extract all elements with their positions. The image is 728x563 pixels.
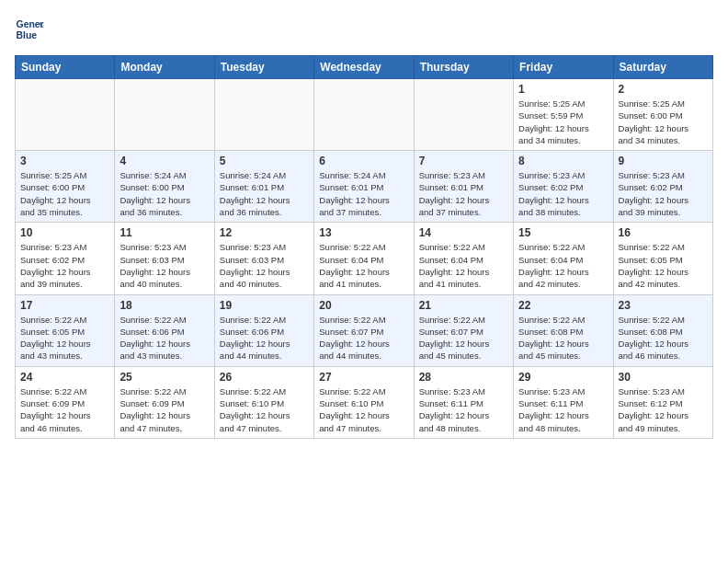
calendar-day-cell: 28Sunrise: 5:23 AM Sunset: 6:11 PM Dayli… (414, 366, 513, 438)
calendar-day-cell: 24Sunrise: 5:22 AM Sunset: 6:09 PM Dayli… (16, 366, 115, 438)
day-number: 22 (518, 299, 608, 312)
day-number: 28 (419, 371, 508, 384)
day-info: Sunrise: 5:22 AM Sunset: 6:04 PM Dayligh… (419, 241, 508, 290)
calendar-day-cell: 19Sunrise: 5:22 AM Sunset: 6:06 PM Dayli… (214, 294, 313, 366)
page-header: General Blue (15, 15, 713, 44)
day-number: 15 (518, 226, 608, 239)
calendar-day-cell (16, 79, 115, 151)
day-info: Sunrise: 5:25 AM Sunset: 6:00 PM Dayligh… (20, 169, 109, 218)
calendar-day-cell: 3Sunrise: 5:25 AM Sunset: 6:00 PM Daylig… (16, 151, 115, 223)
day-number: 9 (619, 155, 708, 167)
day-number: 4 (119, 155, 209, 167)
calendar-day-cell: 1Sunrise: 5:25 AM Sunset: 5:59 PM Daylig… (514, 79, 613, 151)
day-info: Sunrise: 5:22 AM Sunset: 6:08 PM Dayligh… (518, 314, 608, 362)
day-info: Sunrise: 5:22 AM Sunset: 6:07 PM Dayligh… (319, 314, 408, 362)
day-info: Sunrise: 5:23 AM Sunset: 6:02 PM Dayligh… (619, 169, 708, 218)
calendar-day-cell: 21Sunrise: 5:22 AM Sunset: 6:07 PM Dayli… (414, 294, 513, 366)
day-number: 25 (119, 371, 209, 384)
day-info: Sunrise: 5:22 AM Sunset: 6:05 PM Dayligh… (619, 241, 708, 290)
calendar-day-cell: 14Sunrise: 5:22 AM Sunset: 6:04 PM Dayli… (414, 223, 513, 294)
calendar-day-cell: 12Sunrise: 5:23 AM Sunset: 6:03 PM Dayli… (214, 223, 313, 294)
day-info: Sunrise: 5:24 AM Sunset: 6:00 PM Dayligh… (119, 169, 209, 218)
calendar-day-cell (115, 79, 214, 151)
day-number: 7 (419, 155, 508, 167)
day-number: 20 (319, 299, 408, 312)
day-number: 6 (319, 155, 408, 167)
day-number: 29 (518, 371, 608, 384)
weekday-header-row: SundayMondayTuesdayWednesdayThursdayFrid… (16, 56, 713, 79)
weekday-header-cell: Monday (115, 56, 214, 79)
calendar-day-cell (414, 79, 513, 151)
calendar-day-cell: 11Sunrise: 5:23 AM Sunset: 6:03 PM Dayli… (115, 223, 214, 294)
day-info: Sunrise: 5:23 AM Sunset: 6:11 PM Dayligh… (419, 385, 508, 434)
day-info: Sunrise: 5:22 AM Sunset: 6:10 PM Dayligh… (220, 385, 309, 434)
day-info: Sunrise: 5:23 AM Sunset: 6:11 PM Dayligh… (518, 385, 608, 434)
day-info: Sunrise: 5:23 AM Sunset: 6:03 PM Dayligh… (119, 241, 209, 290)
day-info: Sunrise: 5:22 AM Sunset: 6:08 PM Dayligh… (619, 314, 708, 362)
calendar-week-row: 3Sunrise: 5:25 AM Sunset: 6:00 PM Daylig… (16, 151, 713, 223)
day-number: 26 (220, 371, 309, 384)
calendar-week-row: 24Sunrise: 5:22 AM Sunset: 6:09 PM Dayli… (16, 366, 713, 438)
logo: General Blue (15, 15, 44, 44)
calendar-day-cell: 20Sunrise: 5:22 AM Sunset: 6:07 PM Dayli… (314, 294, 414, 366)
calendar-table: SundayMondayTuesdayWednesdayThursdayFrid… (15, 55, 713, 439)
day-number: 27 (319, 371, 408, 384)
calendar-day-cell: 30Sunrise: 5:23 AM Sunset: 6:12 PM Dayli… (613, 366, 712, 438)
day-number: 1 (518, 83, 608, 96)
day-number: 14 (419, 226, 508, 239)
calendar-day-cell (214, 79, 313, 151)
calendar-day-cell: 10Sunrise: 5:23 AM Sunset: 6:02 PM Dayli… (16, 223, 115, 294)
calendar-day-cell: 9Sunrise: 5:23 AM Sunset: 6:02 PM Daylig… (613, 151, 712, 223)
calendar-day-cell: 4Sunrise: 5:24 AM Sunset: 6:00 PM Daylig… (115, 151, 214, 223)
weekday-header-cell: Friday (514, 56, 613, 79)
day-number: 3 (20, 155, 109, 167)
day-number: 2 (619, 83, 708, 96)
calendar-day-cell: 7Sunrise: 5:23 AM Sunset: 6:01 PM Daylig… (414, 151, 513, 223)
calendar-day-cell: 15Sunrise: 5:22 AM Sunset: 6:04 PM Dayli… (514, 223, 613, 294)
weekday-header-cell: Saturday (613, 56, 712, 79)
day-info: Sunrise: 5:23 AM Sunset: 6:02 PM Dayligh… (518, 169, 608, 218)
day-number: 10 (20, 226, 109, 239)
day-info: Sunrise: 5:22 AM Sunset: 6:09 PM Dayligh… (20, 385, 109, 434)
weekday-header-cell: Thursday (414, 56, 513, 79)
calendar-day-cell: 29Sunrise: 5:23 AM Sunset: 6:11 PM Dayli… (514, 366, 613, 438)
day-info: Sunrise: 5:22 AM Sunset: 6:06 PM Dayligh… (119, 314, 209, 362)
day-number: 19 (220, 299, 309, 312)
day-info: Sunrise: 5:24 AM Sunset: 6:01 PM Dayligh… (319, 169, 408, 218)
day-info: Sunrise: 5:22 AM Sunset: 6:04 PM Dayligh… (319, 241, 408, 290)
day-info: Sunrise: 5:24 AM Sunset: 6:01 PM Dayligh… (220, 169, 309, 218)
weekday-header-cell: Tuesday (214, 56, 313, 79)
calendar-day-cell: 13Sunrise: 5:22 AM Sunset: 6:04 PM Dayli… (314, 223, 414, 294)
calendar-day-cell: 2Sunrise: 5:25 AM Sunset: 6:00 PM Daylig… (613, 79, 712, 151)
calendar-day-cell: 6Sunrise: 5:24 AM Sunset: 6:01 PM Daylig… (314, 151, 414, 223)
calendar-week-row: 1Sunrise: 5:25 AM Sunset: 5:59 PM Daylig… (16, 79, 713, 151)
weekday-header-cell: Sunday (16, 56, 115, 79)
day-info: Sunrise: 5:23 AM Sunset: 6:03 PM Dayligh… (220, 241, 309, 290)
day-info: Sunrise: 5:23 AM Sunset: 6:01 PM Dayligh… (419, 169, 508, 218)
day-info: Sunrise: 5:22 AM Sunset: 6:07 PM Dayligh… (419, 314, 508, 362)
day-number: 8 (518, 155, 608, 167)
calendar-day-cell: 25Sunrise: 5:22 AM Sunset: 6:09 PM Dayli… (115, 366, 214, 438)
day-info: Sunrise: 5:22 AM Sunset: 6:10 PM Dayligh… (319, 385, 408, 434)
day-number: 18 (119, 299, 209, 312)
calendar-day-cell: 17Sunrise: 5:22 AM Sunset: 6:05 PM Dayli… (16, 294, 115, 366)
day-info: Sunrise: 5:23 AM Sunset: 6:12 PM Dayligh… (619, 385, 708, 434)
day-number: 16 (619, 226, 708, 239)
calendar-day-cell (314, 79, 414, 151)
day-number: 17 (20, 299, 109, 312)
day-number: 11 (119, 226, 209, 239)
calendar-day-cell: 22Sunrise: 5:22 AM Sunset: 6:08 PM Dayli… (514, 294, 613, 366)
calendar-week-row: 10Sunrise: 5:23 AM Sunset: 6:02 PM Dayli… (16, 223, 713, 294)
day-number: 23 (619, 299, 708, 312)
day-number: 21 (419, 299, 508, 312)
calendar-day-cell: 27Sunrise: 5:22 AM Sunset: 6:10 PM Dayli… (314, 366, 414, 438)
day-info: Sunrise: 5:23 AM Sunset: 6:02 PM Dayligh… (20, 241, 109, 290)
day-info: Sunrise: 5:25 AM Sunset: 6:00 PM Dayligh… (619, 98, 708, 146)
svg-text:Blue: Blue (17, 30, 38, 40)
calendar-week-row: 17Sunrise: 5:22 AM Sunset: 6:05 PM Dayli… (16, 294, 713, 366)
day-info: Sunrise: 5:22 AM Sunset: 6:04 PM Dayligh… (518, 241, 608, 290)
day-info: Sunrise: 5:22 AM Sunset: 6:06 PM Dayligh… (220, 314, 309, 362)
logo-icon: General Blue (15, 15, 44, 44)
calendar-day-cell: 8Sunrise: 5:23 AM Sunset: 6:02 PM Daylig… (514, 151, 613, 223)
day-info: Sunrise: 5:25 AM Sunset: 5:59 PM Dayligh… (518, 98, 608, 146)
